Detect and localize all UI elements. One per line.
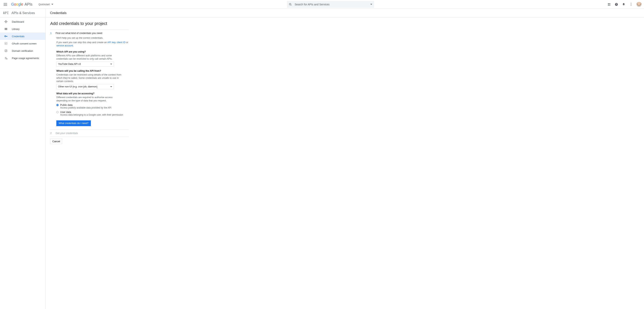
caret-down-icon <box>110 64 112 64</box>
svg-point-10 <box>6 22 6 23</box>
svg-rect-13 <box>5 28 5 30</box>
sidebar-item-label: OAuth consent screen <box>12 42 36 45</box>
api-glyph-icon: API <box>3 11 9 15</box>
logo-suffix: APIs <box>24 2 32 6</box>
svg-rect-3 <box>609 3 610 4</box>
svg-rect-4 <box>608 4 609 6</box>
q3-title: What data will you be accessing? <box>56 92 129 95</box>
agreements-icon <box>4 56 8 60</box>
radio-public-data[interactable] <box>56 104 59 106</box>
consent-screen-icon <box>4 42 8 45</box>
page-title: Credentials <box>50 11 66 15</box>
q2-title: Where will you be calling the API from? <box>56 70 129 72</box>
caret-down-icon <box>51 4 53 5</box>
caret-down-icon <box>110 86 112 87</box>
section-title: APIs & Services <box>12 11 35 15</box>
sidebar-item-label: Credentials <box>12 35 24 38</box>
calling-from-value: Other non-UI (e.g. cron job, daemon) <box>58 85 97 88</box>
help-line-2: If you want you can skip this step and c… <box>56 41 129 47</box>
radio-user-data[interactable] <box>56 111 59 113</box>
service-account-link[interactable]: service account <box>56 44 73 47</box>
svg-point-11 <box>4 22 5 22</box>
client-id-link[interactable]: client ID <box>117 41 125 44</box>
svg-point-9 <box>6 20 6 21</box>
radio-public-data-label: Public data <box>60 104 72 106</box>
help-line-1: We'll help you set up the correct creden… <box>56 36 129 40</box>
api-key-link[interactable]: API key <box>107 41 116 44</box>
svg-text:?: ? <box>616 3 617 5</box>
sidebar-item-library[interactable]: Library <box>0 25 46 32</box>
q2-desc: Credentials can be restricted using deta… <box>56 73 122 83</box>
sidebar: Dashboard Library Credentials OAuth cons… <box>0 17 46 309</box>
step-title: Find out what kind of credentials you ne… <box>56 32 102 34</box>
svg-point-8 <box>6 22 6 22</box>
library-icon <box>4 27 8 31</box>
radio-public-data-sub: Access publicly available data provided … <box>60 106 129 109</box>
svg-rect-5 <box>609 4 610 6</box>
svg-rect-15 <box>6 28 7 30</box>
svg-point-16 <box>4 36 6 37</box>
hamburger-menu-button[interactable] <box>3 2 8 7</box>
q3-desc: Different credentials are required to au… <box>56 96 122 102</box>
svg-point-25 <box>6 58 7 59</box>
project-name: Quickstart <box>38 3 50 6</box>
sidebar-item-oauth-consent[interactable]: OAuth consent screen <box>0 40 46 47</box>
search-icon <box>289 3 292 6</box>
sidebar-item-label: Page usage agreements <box>12 57 39 60</box>
step-number: 2 <box>50 132 52 134</box>
sidebar-item-page-usage-agreements[interactable]: Page usage agreements <box>0 54 46 62</box>
api-select-value: YouTube Data API v3 <box>58 63 81 65</box>
q1-desc: Different APIs use different auth platfo… <box>56 54 122 60</box>
sidebar-item-domain-verification[interactable]: Domain verification <box>0 47 46 54</box>
account-avatar[interactable] <box>636 2 642 7</box>
content-title: Add credentials to your project <box>50 21 640 26</box>
sidebar-item-dashboard[interactable]: Dashboard <box>0 18 46 25</box>
what-credentials-button[interactable]: What credentials do I need? <box>56 120 91 126</box>
verification-icon <box>4 49 8 52</box>
step-title: Get your credentials <box>56 132 78 134</box>
step-1-header: 1 Find out what kind of credentials you … <box>50 30 129 36</box>
help-icon[interactable]: ? <box>614 2 618 6</box>
search-scope-caret-icon[interactable] <box>370 4 372 5</box>
notifications-icon[interactable] <box>622 2 626 6</box>
gift-icon[interactable] <box>607 2 611 6</box>
step-2-header: 2 Get your credentials <box>50 130 129 136</box>
sidebar-item-label: Domain verification <box>12 50 33 52</box>
radio-user-data-sub: Access data belonging to a Google user, … <box>60 114 129 116</box>
sidebar-item-label: Dashboard <box>12 20 24 23</box>
cancel-button[interactable]: Cancel <box>50 138 62 144</box>
svg-line-1 <box>291 5 291 5</box>
overflow-menu-icon[interactable] <box>629 2 633 6</box>
svg-rect-14 <box>6 28 6 30</box>
google-apis-logo[interactable]: Google APIs <box>11 2 32 6</box>
svg-point-0 <box>290 3 291 5</box>
sidebar-item-label: Library <box>12 28 20 30</box>
api-select[interactable]: YouTube Data API v3 <box>56 62 114 66</box>
svg-point-12 <box>7 22 7 22</box>
dashboard-icon <box>4 20 8 24</box>
search-box[interactable] <box>287 1 374 8</box>
svg-rect-2 <box>608 3 609 4</box>
key-icon <box>4 34 8 38</box>
search-input[interactable] <box>294 3 368 6</box>
radio-user-data-label: User data <box>60 110 71 114</box>
project-selector[interactable]: Quickstart <box>38 2 54 7</box>
sidebar-item-credentials[interactable]: Credentials <box>0 32 46 40</box>
q1-title: Which API are you using? <box>56 50 129 53</box>
step-number: 1 <box>50 32 52 34</box>
calling-from-select[interactable]: Other non-UI (e.g. cron job, daemon) <box>56 84 114 89</box>
